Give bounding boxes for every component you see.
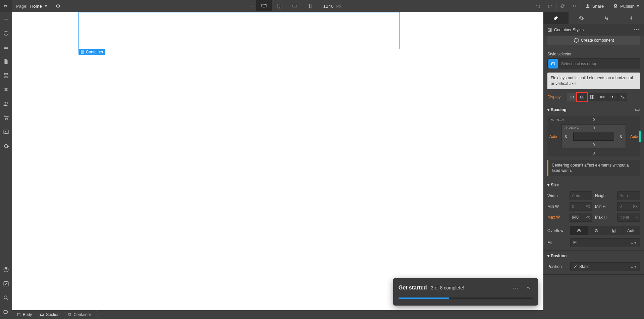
more-icon[interactable]: ••• xyxy=(634,28,640,32)
display-none[interactable] xyxy=(617,93,627,101)
logic-button[interactable] xyxy=(0,83,12,97)
overflow-auto[interactable]: Auto xyxy=(623,226,640,235)
tab-style[interactable] xyxy=(543,12,569,24)
svg-rect-32 xyxy=(590,97,592,99)
check-icon xyxy=(3,281,9,287)
svg-rect-41 xyxy=(69,314,70,315)
minw-input[interactable]: 0PX xyxy=(570,202,592,211)
toast-more-button[interactable]: ⋯ xyxy=(511,283,520,293)
settings-button[interactable] xyxy=(0,139,12,153)
display-inline[interactable] xyxy=(607,93,617,101)
display-segmented xyxy=(567,93,627,101)
svg-rect-38 xyxy=(17,313,20,316)
preview-button[interactable] xyxy=(51,3,65,9)
padding-left[interactable]: 0 xyxy=(565,134,567,138)
display-label: Display xyxy=(547,95,564,99)
minh-input[interactable]: 0PX xyxy=(617,202,640,211)
tab-effects[interactable] xyxy=(594,12,619,24)
width-input[interactable]: Auto- xyxy=(570,191,592,200)
redo-button[interactable] xyxy=(544,0,556,12)
bp-landscape[interactable] xyxy=(287,0,303,12)
position-select[interactable]: Static ▲▼ xyxy=(570,262,640,271)
overflow-hidden[interactable] xyxy=(587,226,605,235)
tab-settings[interactable] xyxy=(569,12,594,24)
height-input[interactable]: Auto- xyxy=(617,191,640,200)
svg-point-13 xyxy=(7,119,8,120)
bp-phone[interactable] xyxy=(303,0,318,12)
help-button[interactable] xyxy=(0,263,12,277)
canvas-width-readout[interactable]: 1240 PX xyxy=(318,4,347,9)
display-block[interactable] xyxy=(567,93,577,101)
toast-title: Get started xyxy=(398,285,427,291)
position-label: Position xyxy=(547,264,568,269)
padding-bottom[interactable]: 0 xyxy=(593,143,595,147)
selected-element-tag[interactable]: Container xyxy=(78,49,105,55)
share-button[interactable]: Share xyxy=(581,3,608,9)
scroll-icon xyxy=(611,228,616,233)
breakpoint-group xyxy=(256,0,318,12)
spacing-editor[interactable]: MARGIN 0 0 Auto Auto PADDING 0 0 0 0 xyxy=(547,116,640,156)
assets-button[interactable] xyxy=(0,125,12,139)
fit-select[interactable]: Fill ▲▼ xyxy=(570,238,640,247)
padding-right[interactable]: 0 xyxy=(620,134,622,138)
spacing-header[interactable]: ▾Spacing xyxy=(543,105,644,115)
create-component-button[interactable]: Create component xyxy=(547,36,640,45)
audit-button[interactable] xyxy=(0,277,12,291)
display-inline-block[interactable] xyxy=(597,93,607,101)
tab-interactions[interactable] xyxy=(619,12,644,24)
margin-bottom[interactable]: 0 xyxy=(593,151,595,155)
code-button[interactable] xyxy=(569,0,581,12)
maxw-input[interactable]: 940PX xyxy=(570,213,592,222)
margin-left[interactable]: Auto xyxy=(549,134,557,138)
overflow-visible[interactable] xyxy=(570,226,587,235)
maxh-input[interactable]: None- xyxy=(617,213,640,222)
bp-more-button[interactable]: ⋮ xyxy=(250,4,256,9)
display-flex-hint: Flex lays out its child elements on a ho… xyxy=(547,73,640,89)
margin-right[interactable]: Auto xyxy=(630,134,638,138)
cms-button[interactable] xyxy=(0,69,12,83)
selected-container-outline[interactable] xyxy=(78,12,400,49)
size-grid: Width Auto- Height Auto- Min W 0PX Min H… xyxy=(543,190,644,225)
class-selector-input[interactable]: Select a class or tag xyxy=(547,58,640,69)
crumb-body[interactable]: Body xyxy=(12,310,37,319)
toast-progress xyxy=(398,298,533,299)
crumb-section[interactable]: Section xyxy=(37,310,64,319)
expand-spacing-icon[interactable] xyxy=(635,107,640,112)
eye-off-icon xyxy=(620,95,625,99)
svg-rect-28 xyxy=(580,96,582,98)
overflow-scroll[interactable] xyxy=(605,226,623,235)
padding-caption: PADDING xyxy=(565,126,579,129)
add-element-button[interactable] xyxy=(0,12,12,26)
svg-point-10 xyxy=(5,102,6,104)
symbols-button[interactable] xyxy=(0,26,12,40)
sync-button[interactable] xyxy=(556,0,569,12)
pages-button[interactable] xyxy=(0,54,12,69)
video-button[interactable] xyxy=(0,305,12,319)
spacing-label: Spacing xyxy=(551,107,567,112)
undo-button[interactable] xyxy=(532,0,544,12)
position-header[interactable]: ▾Position xyxy=(543,251,644,261)
search-button[interactable] xyxy=(0,291,12,305)
webflow-logo[interactable] xyxy=(0,0,12,12)
create-component-label: Create component xyxy=(581,38,614,43)
crumb-container[interactable]: Container xyxy=(64,310,96,319)
page-switcher[interactable]: Page: Home xyxy=(12,0,51,12)
grid-icon xyxy=(590,95,595,99)
bp-tablet[interactable] xyxy=(272,0,287,12)
bp-desktop[interactable] xyxy=(256,0,272,12)
users-button[interactable] xyxy=(0,97,12,111)
size-header[interactable]: ▾Size xyxy=(543,180,644,190)
bolt-icon xyxy=(629,15,634,21)
phone-landscape-icon xyxy=(292,3,298,9)
ecommerce-button[interactable] xyxy=(0,111,12,125)
padding-top[interactable]: 0 xyxy=(593,126,595,130)
margin-top[interactable]: 0 xyxy=(593,118,595,122)
toast-collapse-button[interactable] xyxy=(524,283,533,292)
display-flex[interactable] xyxy=(577,93,587,101)
topbar-right-group: Share Publish xyxy=(532,0,644,12)
canvas[interactable]: Container xyxy=(12,12,543,310)
navigator-button[interactable] xyxy=(0,40,12,54)
svg-rect-1 xyxy=(262,4,266,7)
display-grid[interactable] xyxy=(587,93,597,101)
publish-button[interactable]: Publish xyxy=(608,3,644,9)
